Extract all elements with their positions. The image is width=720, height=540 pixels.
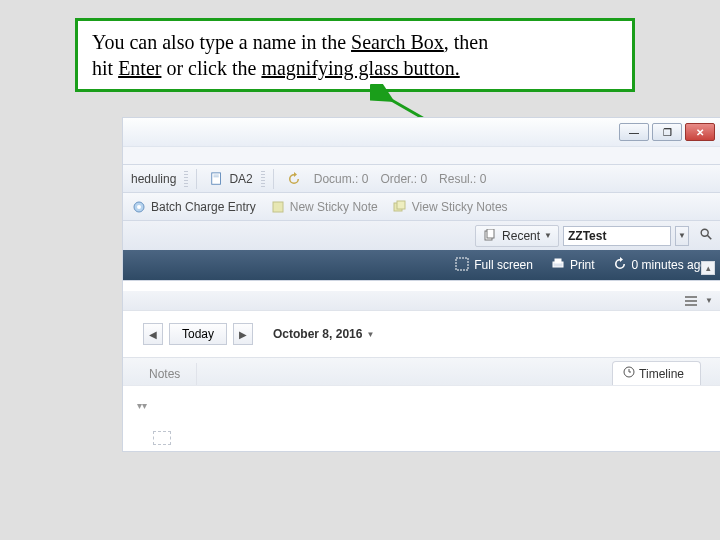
refresh-item[interactable] [282, 169, 306, 189]
svg-rect-7 [397, 201, 405, 209]
svg-rect-5 [273, 202, 283, 212]
batch-charge-entry-button[interactable]: Batch Charge Entry [127, 197, 260, 217]
maximize-icon: ❐ [663, 127, 672, 138]
print-label: Print [570, 258, 595, 272]
instruction-callout: You can also type a name in the Search B… [75, 18, 635, 92]
svg-point-4 [137, 205, 141, 209]
callout-search-box: Search Box [351, 31, 444, 53]
minimize-button[interactable]: — [619, 123, 649, 141]
search-dropdown-button[interactable]: ▼ [675, 226, 689, 246]
order-item[interactable]: Order.: 0 [376, 170, 431, 188]
scheduling-label: heduling [131, 172, 176, 186]
sticky-view-icon [392, 199, 408, 215]
search-input[interactable]: ZZTest [563, 226, 671, 246]
callout-text-1: You can also type a name in the [92, 31, 351, 53]
new-sticky-button[interactable]: New Sticky Note [266, 197, 382, 217]
content-subhead: ▼ [123, 291, 720, 311]
chevron-down-icon: ▼ [544, 231, 552, 240]
resul-label: Resul.: 0 [439, 172, 486, 186]
svg-rect-1 [214, 174, 219, 175]
order-label: Order.: 0 [380, 172, 427, 186]
next-button[interactable]: ▶ [233, 323, 253, 345]
close-button[interactable]: ✕ [685, 123, 715, 141]
tabs: Notes Timeline ▴ [123, 357, 720, 385]
recent-button[interactable]: Recent ▼ [475, 225, 559, 247]
grip-icon [261, 171, 265, 187]
date-text: October 8, 2016 [273, 327, 362, 341]
resul-item[interactable]: Resul.: 0 [435, 170, 490, 188]
da2-label: DA2 [229, 172, 252, 186]
minimize-icon: — [629, 127, 639, 138]
action-bar: Full screen Print 0 minutes ago [123, 250, 720, 280]
callout-text-2: , then [444, 31, 488, 53]
copy-icon [482, 228, 498, 244]
view-sticky-label: View Sticky Notes [412, 200, 508, 214]
callout-enter: Enter [118, 57, 161, 79]
callout-text-3: hit [92, 57, 118, 79]
ago-label: 0 minutes ago [632, 258, 707, 272]
notes-tab-label: Notes [149, 367, 180, 381]
fullscreen-label: Full screen [474, 258, 533, 272]
today-label: Today [182, 327, 214, 341]
svg-line-11 [707, 235, 711, 239]
chevron-down-icon: ▼ [678, 231, 686, 240]
timeline-tab-label: Timeline [639, 367, 684, 381]
maximize-button[interactable]: ❐ [652, 123, 682, 141]
app-window: — ❐ ✕ heduling DA2 Docum.: 0 Order.: 0 R… [122, 117, 720, 452]
toolbar-row-3: Recent ▼ ZZTest ▼ [123, 220, 720, 250]
refresh-ago-button[interactable]: 0 minutes ago [613, 257, 707, 274]
view-sticky-button[interactable]: View Sticky Notes [388, 197, 512, 217]
chevron-right-icon: ▶ [239, 329, 247, 340]
grip-icon [184, 171, 188, 187]
docum-label: Docum.: 0 [314, 172, 369, 186]
sticky-new-icon [270, 199, 286, 215]
print-button[interactable]: Print [551, 257, 595, 274]
chevron-down-icon[interactable]: ▼ [705, 296, 713, 305]
close-icon: ✕ [696, 127, 704, 138]
today-button[interactable]: Today [169, 323, 227, 345]
tab-timeline[interactable]: Timeline [612, 361, 701, 385]
callout-mag: magnifying glass button. [261, 57, 459, 79]
chevron-down-icon: ▼ [366, 330, 374, 339]
search-icon [699, 227, 713, 244]
toolbar-row-1: heduling DA2 Docum.: 0 Order.: 0 Resul.:… [123, 164, 720, 192]
toolbar-row-2: Batch Charge Entry New Sticky Note View … [123, 192, 720, 220]
spacer [123, 146, 720, 164]
prev-button[interactable]: ◀ [143, 323, 163, 345]
chevron-left-icon: ◀ [149, 329, 157, 340]
below-tabs-area: ▾▾ [123, 385, 720, 425]
scroll-up-button[interactable]: ▴ [701, 261, 715, 275]
svg-rect-14 [555, 259, 561, 263]
menu-icon[interactable] [685, 295, 701, 307]
content-area: ▼ ◀ Today ▶ October 8, 2016 ▼ Notes Time… [123, 280, 720, 451]
refresh-icon [286, 171, 302, 187]
svg-point-10 [701, 229, 708, 236]
search-button[interactable] [697, 227, 715, 245]
docum-item[interactable]: Docum.: 0 [310, 170, 373, 188]
chevron-up-icon: ▴ [706, 263, 711, 273]
svg-rect-12 [456, 258, 468, 270]
recent-label: Recent [502, 229, 540, 243]
batch-label: Batch Charge Entry [151, 200, 256, 214]
tab-notes[interactable]: Notes [139, 363, 197, 385]
search-value: ZZTest [568, 229, 606, 243]
placeholder-box-icon [153, 431, 171, 445]
date-display[interactable]: October 8, 2016 ▼ [273, 327, 374, 341]
print-icon [551, 257, 565, 274]
fullscreen-button[interactable]: Full screen [455, 257, 533, 274]
marker-icon: ▾▾ [137, 400, 147, 411]
batch-icon [131, 199, 147, 215]
callout-text-4: or click the [161, 57, 261, 79]
titlebar: — ❐ ✕ [123, 118, 720, 146]
fullscreen-icon [455, 257, 469, 274]
da2-item[interactable]: DA2 [205, 169, 256, 189]
clock-icon [623, 366, 635, 381]
svg-rect-2 [214, 176, 219, 177]
svg-rect-9 [487, 229, 494, 238]
date-nav: ◀ Today ▶ October 8, 2016 ▼ [123, 311, 720, 357]
page-icon [209, 171, 225, 187]
reload-icon [613, 257, 627, 274]
new-sticky-label: New Sticky Note [290, 200, 378, 214]
scheduling-item[interactable]: heduling [127, 170, 180, 188]
svg-rect-0 [212, 172, 221, 183]
